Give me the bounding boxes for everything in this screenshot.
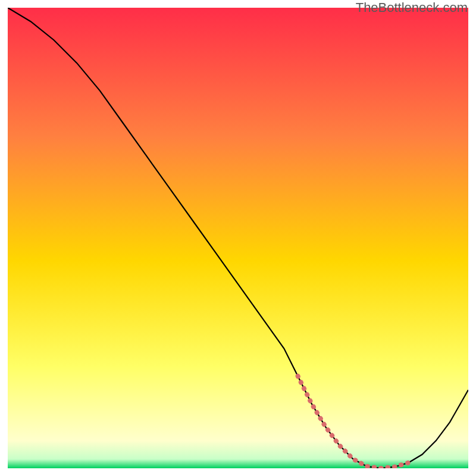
bottleneck-curve xyxy=(8,8,468,468)
chart-container: TheBottleneck.com xyxy=(0,0,476,476)
accent-valley-segment xyxy=(298,376,409,468)
plot-area xyxy=(8,8,468,468)
watermark-text: TheBottleneck.com xyxy=(356,0,468,15)
curve-layer xyxy=(8,8,468,468)
